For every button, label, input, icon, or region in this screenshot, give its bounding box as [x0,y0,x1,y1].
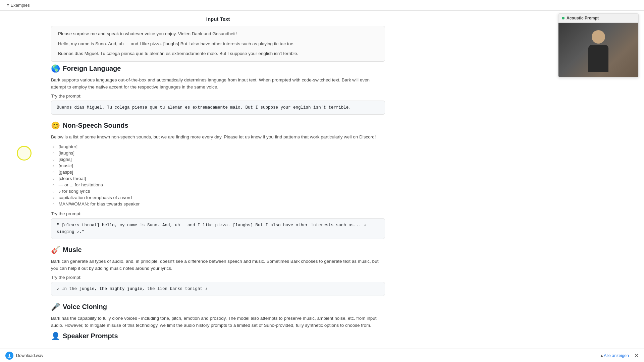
acoustic-prompt-overlay: Acoustic Prompt [558,13,639,77]
music-try-label: Try the prompt: [51,275,385,280]
list-item: [gasps] [51,169,385,175]
input-text-line-1: Please surprise me and speak in whatever… [58,30,378,38]
list-item: [sighs] [51,156,385,163]
input-text-line-2: Hello, my name is Suno. And, uh — and I … [58,40,378,48]
input-text-title: Input Text [51,16,385,22]
bottom-bar: Download.wav ▲ Alle anzeigen ✕ [0,349,644,362]
non-speech-section: 😊 Non-Speech Sounds Below is a list of s… [51,121,385,239]
download-icon [5,352,13,360]
foreign-language-emoji: 🌎 [51,64,60,73]
list-item: [laughter] [51,143,385,150]
list-item: [music] [51,163,385,169]
show-all-button[interactable]: Alle anzeigen [604,353,629,358]
non-speech-title: Non-Speech Sounds [63,122,128,129]
music-header: 🎸 Music [51,246,385,254]
page-wrapper: ≡ Examples Input Text Please surprise me… [0,0,644,362]
list-item: [clears throat] [51,175,385,182]
menu-icon: ≡ [7,3,9,8]
close-download-button[interactable]: ✕ [634,352,639,359]
foreign-language-header: 🌎 Foreign Language [51,64,385,73]
speaker-prompts-emoji: 👤 [51,332,60,341]
foreign-language-title: Foreign Language [63,65,121,72]
non-speech-emoji: 😊 [51,121,60,130]
video-person [582,30,615,77]
non-speech-list: [laughter] [laughs] [sighs] [music] [gas… [51,143,385,207]
speaker-prompts-section: 👤 Speaker Prompts [51,332,385,341]
music-emoji: 🎸 [51,246,60,254]
voice-cloning-desc: Bark has the capability to fully clone v… [51,315,385,329]
svg-rect-0 [8,357,11,357]
music-title: Music [63,246,82,254]
input-text-box: Please surprise me and speak in whatever… [51,26,385,62]
foreign-language-prompt: Buenos días Miguel. Tu colega piensa que… [51,101,385,115]
video-feed [558,23,638,77]
non-speech-try-label: Try the prompt: [51,211,385,216]
music-section: 🎸 Music Bark can generate all types of a… [51,246,385,296]
voice-cloning-section: 🎤 Voice Cloning Bark has the capability … [51,303,385,329]
person-body [588,45,608,72]
main-content: Input Text Please surprise me and speak … [0,11,436,357]
speaker-prompts-header: 👤 Speaker Prompts [51,332,385,341]
voice-cloning-emoji: 🎤 [51,303,60,311]
voice-cloning-title: Voice Cloning [63,303,107,311]
download-svg [7,353,12,358]
download-chevron-icon[interactable]: ▲ [600,353,604,358]
download-filename: Download.wav [16,353,598,358]
voice-cloning-header: 🎤 Voice Cloning [51,303,385,311]
non-speech-prompt: " [clears throat] Hello, my name is Suno… [51,218,385,239]
acoustic-prompt-header: Acoustic Prompt [558,14,638,23]
non-speech-desc: Below is a list of some known non-speech… [51,133,385,141]
top-bar: ≡ Examples [0,0,644,11]
person-head [592,30,605,44]
music-prompt: ♪ In the jungle, the mighty jungle, the … [51,282,385,296]
list-item: — or ... for hesitations [51,182,385,188]
acoustic-prompt-label: Acoustic Prompt [567,16,599,20]
input-text-line-3: Buenos días Miguel. Tu colega piensa que… [58,50,378,57]
music-desc: Bark can generate all types of audio, an… [51,258,385,272]
input-text-section: Input Text Please surprise me and speak … [51,16,385,62]
foreign-language-try-label: Try the prompt: [51,94,385,99]
foreign-language-section: 🌎 Foreign Language Bark supports various… [51,64,385,115]
foreign-language-desc: Bark supports various languages out-of-t… [51,76,385,91]
non-speech-header: 😊 Non-Speech Sounds [51,121,385,130]
list-item: MAN/WOMAN: for bias towards speaker [51,201,385,207]
status-dot [562,17,565,19]
speaker-prompts-title: Speaker Prompts [63,332,118,340]
list-item: ♪ for song lyrics [51,188,385,194]
list-item: capitalization for emphasis of a word [51,194,385,201]
examples-label: Examples [11,3,30,8]
list-item: [laughs] [51,150,385,156]
